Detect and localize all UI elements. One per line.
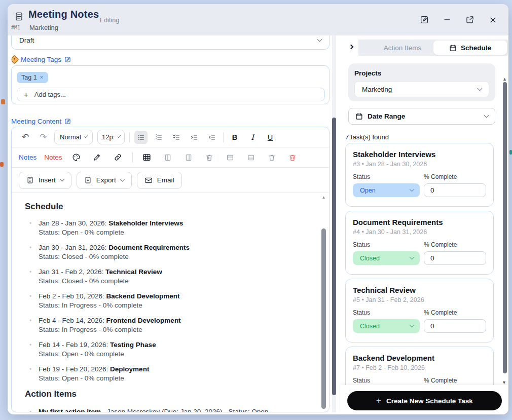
edit-pencil-icon[interactable]	[64, 118, 71, 125]
export-document-icon	[84, 176, 92, 184]
document-icon	[26, 176, 34, 184]
undo-icon[interactable]: ↶	[19, 131, 32, 144]
open-external-icon[interactable]	[465, 15, 474, 24]
scroll-up-icon[interactable]: ▲	[321, 195, 326, 200]
edit-pencil-icon[interactable]	[64, 56, 71, 63]
chevron-down-icon	[484, 113, 489, 118]
task-title: Backend Development	[353, 354, 486, 362]
calendar-icon	[355, 112, 363, 120]
schedule-list-item: Jan 28 - Jan 30, 2026: Stakeholder Inter…	[25, 219, 329, 237]
tag-chip[interactable]: Tag 1 ×	[17, 72, 48, 83]
divider	[223, 132, 224, 142]
status-label: Status	[353, 173, 420, 180]
bullet-list-icon[interactable]	[134, 131, 148, 144]
insert-table-icon[interactable]	[140, 151, 154, 164]
task-meta: #5 • Jan 31 - Feb 2, 2026	[353, 296, 486, 303]
collapse-panel-button[interactable]	[344, 40, 358, 56]
paragraph-style-select[interactable]: Normal	[54, 130, 93, 144]
notes-link-primary[interactable]: Notes	[19, 154, 36, 161]
font-size-select[interactable]: 12p:	[97, 130, 125, 144]
close-icon[interactable]	[488, 15, 497, 24]
background-page-fragment	[1, 99, 5, 104]
export-button[interactable]: Export	[77, 172, 132, 189]
chevron-right-icon	[349, 44, 354, 49]
window-controls	[420, 4, 497, 35]
projects-label: Projects	[354, 69, 489, 77]
chevron-down-icon	[84, 134, 88, 138]
check-list-icon[interactable]	[170, 131, 183, 144]
link-icon[interactable]	[112, 151, 125, 164]
insert-row-above-icon[interactable]	[224, 151, 237, 164]
action-item: My first action item - Jason Mccroskey (…	[25, 407, 329, 412]
task-title: Stakeholder Interviews	[353, 150, 486, 159]
delete-row-icon[interactable]	[265, 151, 278, 164]
editor-scrollbar[interactable]: ▲	[321, 195, 326, 410]
editor-toolbar-insert: Notes Notes	[12, 147, 329, 168]
scroll-down-icon[interactable]: ▼	[502, 380, 506, 385]
italic-icon[interactable]: I	[246, 131, 259, 144]
divider	[132, 152, 133, 163]
panel-scrollbar-thumb[interactable]	[503, 82, 507, 373]
editor-content[interactable]: Schedule Jan 28 - Jan 30, 2026: Stakehol…	[12, 193, 329, 412]
schedule-list: Jan 28 - Jan 30, 2026: Stakeholder Inter…	[25, 219, 329, 383]
task-card-list: Stakeholder Interviews #3 • Jan 28 - Jan…	[345, 143, 497, 385]
date-range-button[interactable]: Date Range	[348, 108, 495, 125]
delete-table-icon[interactable]	[286, 151, 299, 164]
minimize-icon[interactable]	[443, 15, 452, 24]
percent-complete-label: % Complete	[424, 173, 486, 180]
task-meta: #7 • Feb 2 - Feb 10, 2026	[353, 364, 486, 371]
color-palette-icon[interactable]	[70, 151, 83, 164]
indent-icon[interactable]	[188, 131, 201, 144]
percent-complete-label: % Complete	[424, 241, 486, 248]
editor-toolbar-actions: Insert Export Email	[12, 168, 329, 193]
redo-icon[interactable]: ↷	[36, 131, 50, 144]
task-card: Stakeholder Interviews #3 • Jan 28 - Jan…	[345, 143, 494, 207]
mail-icon	[144, 176, 153, 184]
project-select[interactable]: Marketing	[354, 81, 489, 97]
delete-column-icon[interactable]	[203, 151, 216, 164]
status-select-value: Draft	[19, 36, 34, 44]
status-select[interactable]: Closed	[353, 251, 420, 265]
percent-complete-label: % Complete	[424, 377, 486, 384]
chevron-down-icon	[478, 86, 483, 91]
panel-scrollbar[interactable]	[503, 82, 507, 381]
action-items-heading: Action Items	[25, 389, 329, 399]
tab-schedule[interactable]: Schedule	[433, 41, 507, 55]
page-title: Meeting Notes	[28, 9, 99, 20]
highlighter-icon[interactable]	[91, 151, 104, 164]
left-pane-scrollbar[interactable]	[332, 35, 336, 412]
meeting-tags-label: Meeting Tags	[11, 56, 71, 63]
edit-icon[interactable]	[420, 15, 429, 24]
underline-icon[interactable]: U	[264, 131, 277, 144]
window-header: Meeting Notes Editing #M1 Marketing	[8, 4, 508, 35]
remove-tag-icon[interactable]: ×	[40, 74, 44, 81]
insert-column-right-icon[interactable]	[182, 151, 195, 164]
percent-complete-input[interactable]	[424, 183, 486, 197]
schedule-list-item: Feb 4 - Feb 14, 2026: Frontend Developme…	[25, 316, 329, 334]
status-select[interactable]: Closed	[353, 319, 420, 333]
bold-icon[interactable]: B	[228, 131, 241, 144]
status-select[interactable]: Open	[353, 183, 420, 197]
percent-complete-input[interactable]	[424, 251, 486, 265]
create-schedule-task-button[interactable]: + Create New Schedule Task	[347, 391, 502, 410]
editor-scrollbar-thumb[interactable]	[321, 228, 326, 409]
schedule-list-item: Jan 31 - Feb 2, 2026: Technical Review S…	[25, 268, 329, 286]
tag-icon	[10, 55, 19, 64]
add-tags-input[interactable]: + Add tags...	[17, 88, 325, 101]
chevron-down-icon	[118, 134, 121, 138]
notes-link-danger[interactable]: Notes	[44, 154, 62, 161]
scroll-up-icon[interactable]: ▲	[502, 77, 507, 82]
insert-column-left-icon[interactable]	[161, 151, 174, 164]
tab-action-items[interactable]: Action Items	[364, 40, 441, 56]
chevron-down-icon	[120, 177, 125, 182]
insert-row-below-icon[interactable]	[244, 151, 258, 164]
numbered-list-icon[interactable]	[152, 131, 165, 144]
left-pane-scrollbar-thumb[interactable]	[332, 118, 336, 395]
outdent-icon[interactable]	[205, 131, 218, 144]
percent-complete-input[interactable]	[424, 319, 486, 333]
divider	[129, 132, 130, 142]
screen: Meeting Notes Editing #M1 Marketing	[0, 0, 512, 420]
schedule-list-item: Feb 19 - Feb 20, 2026: Deployment Status…	[25, 365, 329, 383]
insert-button[interactable]: Insert	[19, 172, 71, 189]
email-button[interactable]: Email	[137, 172, 182, 189]
